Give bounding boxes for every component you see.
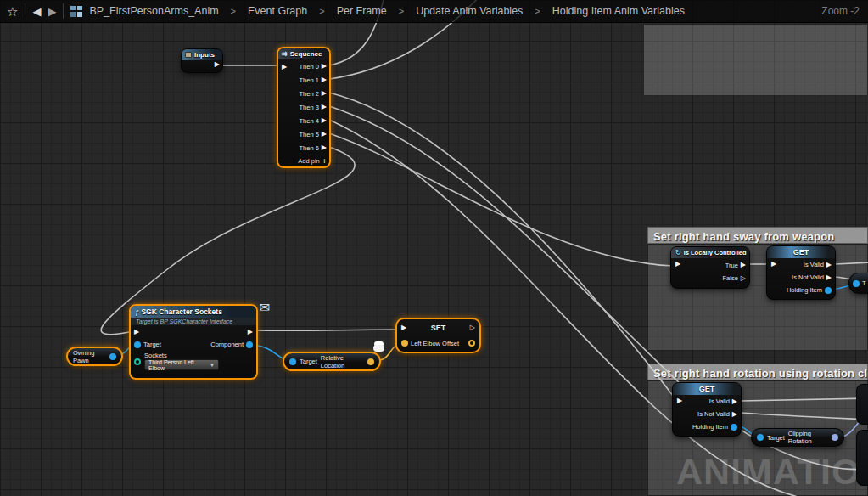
target-label: T: [862, 279, 866, 287]
exec-in-pin[interactable]: ▶: [401, 324, 406, 331]
get-isvalid-node-1[interactable]: GET ▶ Is Valid▶ Is Not Valid▶ Holding It…: [766, 245, 836, 300]
add-pin-label: Add pin: [298, 157, 319, 165]
holding-item-pin[interactable]: [825, 287, 832, 294]
exec-in-pin[interactable]: ▶: [282, 64, 287, 70]
comment-box-top-right[interactable]: [643, 24, 868, 96]
exec-in-pin[interactable]: ▶: [675, 261, 680, 268]
target-pin[interactable]: [289, 358, 296, 365]
comment-title: Set right hand rotation using rotation c…: [653, 367, 868, 380]
breadcrumb-separator: >: [529, 6, 545, 16]
breadcrumb-separator: >: [314, 6, 329, 16]
then1-pin[interactable]: ▶: [322, 76, 327, 83]
is-not-valid-pin[interactable]: ▶: [826, 274, 832, 281]
node-title: Is Locally Controlled: [684, 249, 747, 256]
true-pin[interactable]: ▶: [741, 262, 746, 268]
false-label: False: [723, 274, 738, 282]
back-arrow-icon[interactable]: ◀: [32, 6, 41, 17]
is-valid-pin[interactable]: ▶: [732, 398, 737, 405]
is-valid-label: Is Valid: [804, 261, 824, 268]
interface-envelope-icon: ✉: [259, 300, 270, 315]
target-label: Target: [300, 358, 317, 365]
comment-title: Set right hand sway from weapon: [653, 230, 835, 243]
left-elbow-offset-in-pin[interactable]: [401, 340, 408, 347]
is-not-valid-label: Is Not Valid: [697, 410, 730, 418]
partial-node-edge-1[interactable]: [856, 384, 868, 425]
favorite-star-icon[interactable]: ☆: [7, 5, 18, 18]
is-not-valid-label: Is Not Valid: [792, 273, 824, 281]
exec-in-pin[interactable]: ▶: [771, 261, 776, 268]
then5-pin[interactable]: ▶: [322, 131, 327, 138]
clipping-rotation-node[interactable]: Target Clipping Rotation: [751, 428, 844, 447]
relative-location-out-pin[interactable]: [367, 358, 374, 365]
then-pin-label: Then 4: [299, 117, 318, 125]
node-title: Inputs: [194, 51, 215, 59]
toolbar-divider: [25, 3, 25, 19]
then4-pin[interactable]: ▶: [322, 117, 327, 124]
breadcrumb-toolbar: ☆ ◀ ▶ BP_FirstPersonArms_Anim > Event Gr…: [0, 0, 868, 23]
node-title: SET: [431, 324, 446, 332]
component-label: Component: [210, 341, 244, 348]
breadcrumb-item-update-anim-variables[interactable]: Update Anim Variables: [416, 5, 523, 17]
node-title: Sequence: [290, 50, 322, 58]
sockets-dropdown[interactable]: Third Person Left Elbow ▼: [144, 359, 219, 370]
then0-pin[interactable]: ▶: [322, 63, 327, 70]
sequence-node[interactable]: ⇉ Sequence ▶ Then 0▶ Then 1▶ Then 2▶ The…: [277, 47, 331, 168]
forward-arrow-icon[interactable]: ▶: [48, 6, 56, 17]
true-label: True: [725, 262, 738, 269]
then6-pin[interactable]: ▶: [322, 144, 327, 151]
holding-item-pin[interactable]: [731, 424, 737, 431]
comment-header-sway[interactable]: Set right hand sway from weapon: [647, 227, 868, 244]
breadcrumb-item-holding-item-anim-variables[interactable]: Holding Item Anim Variables: [552, 5, 685, 17]
is-not-valid-pin[interactable]: ▶: [732, 411, 737, 418]
breadcrumb-item-per-frame[interactable]: Per Frame: [337, 5, 387, 17]
then2-pin[interactable]: ▶: [322, 90, 327, 97]
then3-pin[interactable]: ▶: [322, 104, 327, 110]
target-label: Target: [767, 434, 785, 442]
relative-location-node[interactable]: Target Relative Location: [283, 352, 381, 371]
breadcrumb-item-blueprint[interactable]: BP_FirstPersonArms_Anim: [89, 5, 218, 17]
owning-pawn-node[interactable]: Owning Pawn: [66, 347, 123, 366]
output-label: Relative Location: [321, 354, 364, 369]
node-title: SGK Character Sockets: [141, 307, 221, 316]
pin-label: Left Elbow Offset: [411, 340, 459, 347]
comment-header-rotation[interactable]: Set right hand rotation using rotation c…: [647, 364, 868, 380]
exec-in-pin[interactable]: ▶: [677, 397, 682, 404]
switch-icon: ↻: [675, 249, 681, 256]
sockets-pin[interactable]: [134, 358, 141, 365]
variable-label: Owning Pawn: [73, 349, 109, 364]
exec-out-pin[interactable]: ▶: [215, 61, 220, 68]
get-isvalid-node-2[interactable]: GET ▶ Is Valid▶ Is Not Valid▶ Holding It…: [672, 382, 742, 437]
node-title: GET: [767, 246, 835, 258]
wire-then2: [329, 93, 676, 400]
clipping-rotation-out-pin[interactable]: [832, 434, 838, 441]
inputs-node[interactable]: Inputs ▶: [181, 48, 223, 73]
set-out-pin[interactable]: [468, 340, 475, 347]
sgk-character-sockets-node[interactable]: ✉ ƒ SGK Character Sockets Target is BP S…: [129, 304, 258, 380]
breadcrumb-item-event-graph[interactable]: Event Graph: [248, 5, 307, 17]
partial-target-node[interactable]: T: [848, 273, 868, 294]
node-badge-icon: [373, 345, 384, 352]
target-pin[interactable]: [757, 434, 764, 441]
sequence-icon: ⇉: [282, 50, 288, 58]
then-pin-label: Then 6: [299, 144, 318, 152]
wire-then5: [329, 133, 674, 266]
exec-in-pin[interactable]: ▶: [134, 329, 139, 335]
add-pin-button[interactable]: +: [322, 157, 327, 166]
exec-out-pin[interactable]: ▷: [470, 324, 475, 331]
holding-item-label: Holding Item: [692, 423, 728, 431]
then-pin-label: Then 0: [299, 63, 318, 70]
target-label: Target: [143, 341, 161, 348]
target-pin[interactable]: [134, 341, 141, 348]
target-pin[interactable]: [853, 280, 860, 287]
exec-out-pin[interactable]: ▶: [248, 329, 253, 335]
owning-pawn-out-pin[interactable]: [109, 353, 116, 360]
then-pin-label: Then 5: [299, 131, 318, 138]
component-pin[interactable]: [246, 341, 253, 348]
set-left-elbow-offset-node[interactable]: ▶ SET ▷ Left Elbow Offset: [395, 318, 481, 353]
partial-node-edge-2[interactable]: [856, 430, 868, 486]
false-pin[interactable]: ▷: [741, 275, 746, 282]
blueprint-icon: [70, 6, 82, 17]
is-valid-pin[interactable]: ▶: [826, 262, 832, 268]
is-locally-controlled-node[interactable]: ↻ Is Locally Controlled ▶ True▶ False▷: [670, 246, 750, 289]
then-pin-label: Then 2: [299, 90, 318, 98]
